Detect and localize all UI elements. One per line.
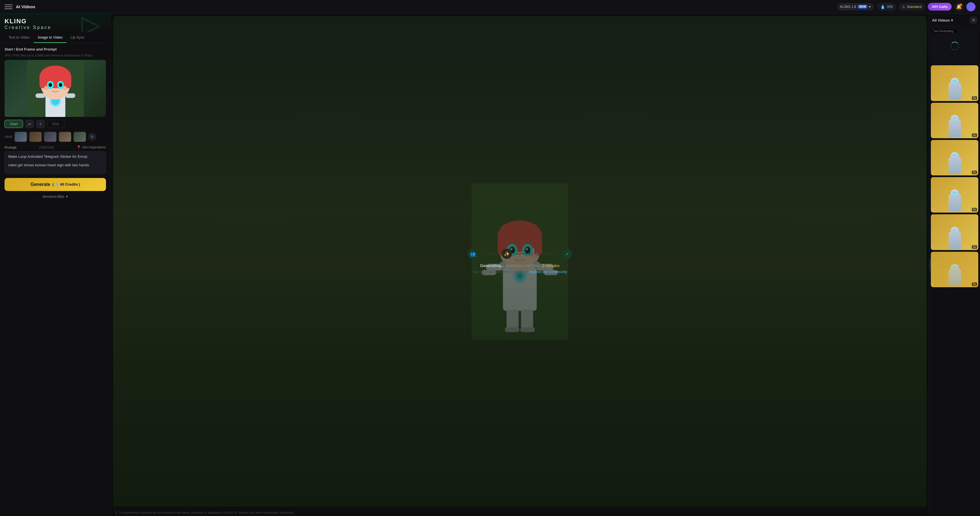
water-drop-icon-2: 💧 xyxy=(54,182,59,186)
credits-count: 359 xyxy=(886,5,893,9)
brand-header: KLING Creative Space xyxy=(0,14,110,32)
generating-overlay: 👥 ✨ ✓ Generating... Estimated wait time:… xyxy=(468,249,572,274)
svg-rect-6 xyxy=(65,94,75,98)
file-hint: JPG / PNG files up to 10MB with minimum … xyxy=(5,54,106,57)
svg-rect-10 xyxy=(40,74,45,88)
water-drop-icon: 💧 xyxy=(880,5,885,9)
chevron-down-icon: ▾ xyxy=(869,5,871,9)
plan-label: Standard xyxy=(907,5,922,9)
section-label: Start / End Frame and Prompt xyxy=(5,47,106,51)
hint-thumb-5[interactable] xyxy=(73,132,86,142)
sub-message: You can work on other projects, or explo… xyxy=(473,270,567,274)
frame-selector: Start ⇌ + End xyxy=(5,120,106,128)
video-list: Two Generating... 1 5s 1 5s 1 5s 1 xyxy=(929,26,980,516)
thumb-duration-1: 5s xyxy=(972,96,977,100)
thumb-duration-2: 5s xyxy=(972,133,977,137)
notification-dot xyxy=(960,4,962,6)
generating-thumb-inner xyxy=(931,28,978,64)
step-4-icon: ✓ xyxy=(562,249,572,259)
footer-bar: ℹ The generated contents do not represen… xyxy=(111,509,929,516)
svg-marker-0 xyxy=(82,18,99,32)
center-area: 👥 ✨ ✓ Generating... Estimated wait time:… xyxy=(111,14,929,516)
itemized-bills-label: Itemized Bills xyxy=(43,194,64,198)
thumb-num-2: 1 xyxy=(932,134,934,137)
right-header: All Videos ▾ ⧉ xyxy=(929,14,980,26)
community-link[interactable]: explore the Community xyxy=(529,270,567,274)
copy-icon-button[interactable]: ⧉ xyxy=(970,16,977,24)
app-title: AI Videos xyxy=(16,4,834,9)
video-thumb-2[interactable]: 1 5s xyxy=(931,103,978,138)
thumb-duration-5: 5s xyxy=(972,245,977,249)
tab-image-to-video[interactable]: Image to Video xyxy=(34,32,67,43)
video-thumb-1[interactable]: 1 5s xyxy=(931,65,978,101)
progress-steps: 👥 ✨ ✓ xyxy=(468,249,572,259)
hint-thumb-1[interactable] xyxy=(14,132,27,142)
svg-rect-5 xyxy=(35,94,45,98)
image-upload-area[interactable] xyxy=(5,60,106,117)
main-layout: KLING Creative Space Text to Video Image… xyxy=(0,14,980,516)
left-panel: KLING Creative Space Text to Video Image… xyxy=(0,14,111,516)
brand-play-icon xyxy=(73,15,108,32)
anime-robot-preview xyxy=(27,60,84,117)
video-thumb-6[interactable]: 1 5s xyxy=(931,252,978,287)
credits-badge: (💧 40 Credits) xyxy=(52,182,80,186)
tab-lip-sync[interactable]: Lip Sync xyxy=(67,32,89,43)
swap-button[interactable]: ⇌ xyxy=(25,120,34,128)
version-label: KLING 1.6 xyxy=(840,5,856,9)
hint-thumb-4[interactable] xyxy=(59,132,71,142)
tab-text-to-video[interactable]: Text to Video xyxy=(5,32,34,43)
step-line-1 xyxy=(481,254,498,254)
thumb-num-3: 1 xyxy=(932,171,934,174)
collapse-icon: « xyxy=(929,263,929,267)
get-inspirations-button[interactable]: 📍 Get Inspirations xyxy=(77,145,106,149)
thumb-duration-6: 5s xyxy=(972,283,977,286)
notification-icon[interactable]: 🔔 xyxy=(955,2,964,11)
right-panel: « All Videos ▾ ⧉ Two Generating... 1 xyxy=(929,14,980,516)
prompt-textarea[interactable]: Make Loop Animated Telegram Sticker for … xyxy=(5,151,106,174)
warning-icon: ⚠ xyxy=(902,5,905,9)
credits-amount: 40 Credits xyxy=(60,182,78,186)
frame-end-btn[interactable]: End xyxy=(47,120,64,128)
plan-pill[interactable]: ⚠ Standard xyxy=(899,3,925,10)
left-content: Start / End Frame and Prompt JPG / PNG f… xyxy=(0,43,110,516)
hint-thumb-3[interactable] xyxy=(44,132,57,142)
svg-point-17 xyxy=(62,87,68,90)
video-thumb-4[interactable]: 1 5s xyxy=(931,177,978,213)
credits-pill[interactable]: 💧 359 xyxy=(877,3,896,11)
itemized-bills-row[interactable]: Itemized Bills ▾ xyxy=(5,193,106,200)
step-line-2 xyxy=(515,254,532,254)
add-frame-button[interactable]: + xyxy=(36,120,45,128)
chevron-down-icon-itemized: ▾ xyxy=(66,194,68,198)
all-videos-label[interactable]: All Videos ▾ xyxy=(932,18,953,22)
optional-label: (Optional) xyxy=(39,145,54,149)
step-2-icon: ✨ xyxy=(502,249,512,259)
api-calls-button[interactable]: API Calls xyxy=(928,3,951,11)
step-1-icon: 👥 xyxy=(468,249,478,259)
video-thumb-3[interactable]: 1 5s xyxy=(931,140,978,175)
generate-button[interactable]: Generate (💧 40 Credits) xyxy=(5,178,106,191)
video-thumb-generating[interactable]: Two Generating... xyxy=(931,28,978,64)
copy-icon: ⧉ xyxy=(972,18,975,22)
frame-start-btn[interactable]: Start xyxy=(5,120,23,128)
generate-label: Generate xyxy=(31,182,50,187)
hints-row: Hints ↻ xyxy=(5,132,106,142)
thumb-num-4: 1 xyxy=(932,208,934,211)
tabs-row: Text to Video Image to Video Lip Sync xyxy=(0,32,110,43)
video-preview: 👥 ✨ ✓ Generating... Estimated wait time:… xyxy=(113,16,927,506)
footer-warning-text: The generated contents do not represent … xyxy=(119,511,294,514)
thumb-duration-4: 5s xyxy=(972,208,977,211)
video-thumb-5[interactable]: 1 5s xyxy=(931,214,978,250)
version-badge[interactable]: KLING 1.6 NEW ▾ xyxy=(837,3,874,10)
step-3-dot xyxy=(536,252,538,255)
nav-right: 💧 359 ⚠ Standard API Calls 🔔 xyxy=(877,2,975,11)
prompt-text-label: Prompt xyxy=(5,145,16,149)
generating-text: Generating... Estimated wait time: 2 min… xyxy=(473,264,567,274)
thumb-num-1: 1 xyxy=(932,97,934,100)
chevron-down-icon-right: ▾ xyxy=(951,18,953,22)
menu-icon[interactable] xyxy=(5,3,13,11)
generating-label: Two Generating... xyxy=(932,29,957,33)
refresh-button[interactable]: ↻ xyxy=(88,133,96,141)
step-line-3 xyxy=(541,254,558,254)
hint-thumb-2[interactable] xyxy=(29,132,42,142)
user-avatar[interactable] xyxy=(966,2,975,11)
